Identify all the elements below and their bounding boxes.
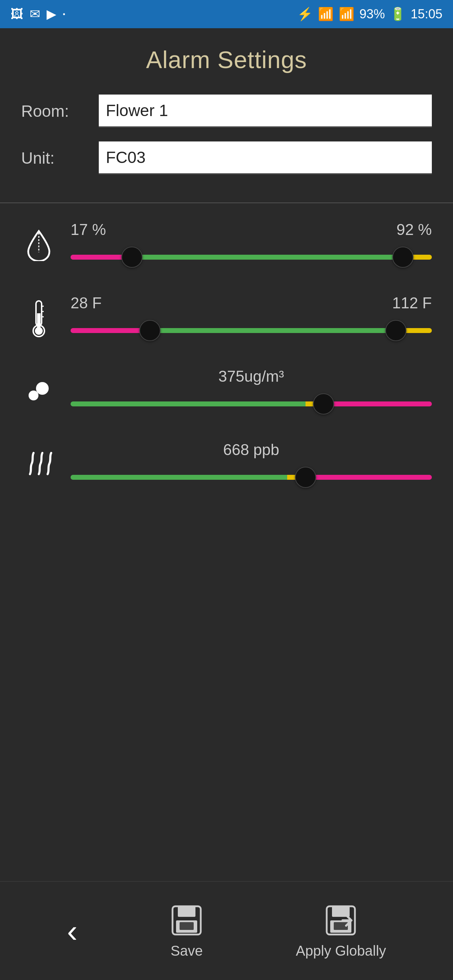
battery-icon: 🔋 (390, 7, 406, 22)
unit-input[interactable] (99, 142, 432, 174)
apply-globally-button[interactable]: Apply Globally (296, 903, 386, 959)
temperature-slider[interactable] (71, 318, 432, 343)
humidity-max-label: 92 % (397, 221, 432, 239)
voc-slider[interactable] (71, 465, 432, 490)
temp-right-handle[interactable] (385, 320, 407, 341)
unit-row: Unit: (21, 142, 432, 174)
page-title: Alarm Settings (11, 46, 442, 73)
bottom-bar: ‹ Save Apply Globally (0, 881, 453, 980)
voc-track (71, 475, 432, 480)
form-section: Room: Unit: (0, 88, 453, 196)
save-icon (169, 903, 204, 938)
room-row: Room: (21, 95, 432, 127)
temp-min-label: 28 F (71, 294, 102, 312)
signal-icon: 📶 (339, 7, 354, 22)
voc-handle[interactable] (295, 467, 316, 488)
temperature-row: 28 F 112 F (14, 294, 439, 343)
svg-point-7 (36, 382, 49, 395)
room-input[interactable] (99, 95, 432, 127)
pm-slider-container: 375ug/m³ (64, 368, 439, 416)
pm-track (71, 401, 432, 406)
unit-label: Unit: (21, 148, 99, 167)
time-display: 15:05 (411, 7, 442, 22)
svg-rect-10 (178, 906, 196, 917)
voc-row: 668 ppb (14, 441, 439, 490)
status-bar-right: ⚡ 📶 📶 93% 🔋 15:05 (297, 7, 442, 22)
svg-point-3 (35, 327, 43, 335)
back-button[interactable]: ‹ (67, 915, 78, 947)
svg-point-8 (29, 391, 38, 400)
status-bar: 🖼 ✉ ▶ • ⚡ 📶 📶 93% 🔋 15:05 (0, 0, 453, 28)
save-button[interactable]: Save (169, 903, 204, 959)
apply-globally-icon (323, 903, 358, 938)
divider (0, 202, 453, 203)
bluetooth-icon: ⚡ (297, 7, 313, 22)
voc-value-label: 668 ppb (71, 441, 432, 458)
pm-icon (14, 380, 64, 404)
pm-row: 375ug/m³ (14, 368, 439, 416)
humidity-slider-container: 17 % 92 % (64, 221, 439, 269)
pm-slider[interactable] (71, 391, 432, 416)
temperature-labels: 28 F 112 F (71, 294, 432, 312)
email-icon: ✉ (30, 7, 40, 22)
humidity-min-label: 17 % (71, 221, 106, 239)
temperature-icon (14, 299, 64, 338)
humidity-left-handle[interactable] (121, 247, 143, 268)
humidity-right-handle[interactable] (392, 247, 413, 268)
temp-track (71, 328, 432, 333)
svg-rect-12 (180, 922, 194, 930)
voc-slider-container: 668 ppb (64, 441, 439, 490)
wifi-icon: 📶 (318, 7, 334, 22)
humidity-icon (14, 229, 64, 261)
gallery-icon: 🖼 (11, 7, 23, 22)
pm-handle[interactable] (313, 393, 334, 415)
humidity-row: 17 % 92 % (14, 221, 439, 269)
temperature-slider-container: 28 F 112 F (64, 294, 439, 343)
back-icon: ‹ (67, 915, 78, 947)
voc-icon (14, 449, 64, 481)
play-icon: ▶ (46, 7, 56, 22)
save-label: Save (171, 943, 203, 959)
status-bar-left: 🖼 ✉ ▶ • (11, 7, 65, 22)
battery-percentage: 93% (359, 7, 385, 22)
sliders-section: 17 % 92 % (0, 210, 453, 525)
dot-icon: • (63, 10, 65, 18)
humidity-labels: 17 % 92 % (71, 221, 432, 239)
temp-left-handle[interactable] (139, 320, 161, 341)
temp-max-label: 112 F (392, 294, 432, 312)
pm-value-label: 375ug/m³ (71, 368, 432, 385)
apply-globally-label: Apply Globally (296, 943, 386, 959)
page-title-container: Alarm Settings (0, 28, 453, 88)
humidity-slider[interactable] (71, 245, 432, 269)
room-label: Room: (21, 102, 99, 121)
